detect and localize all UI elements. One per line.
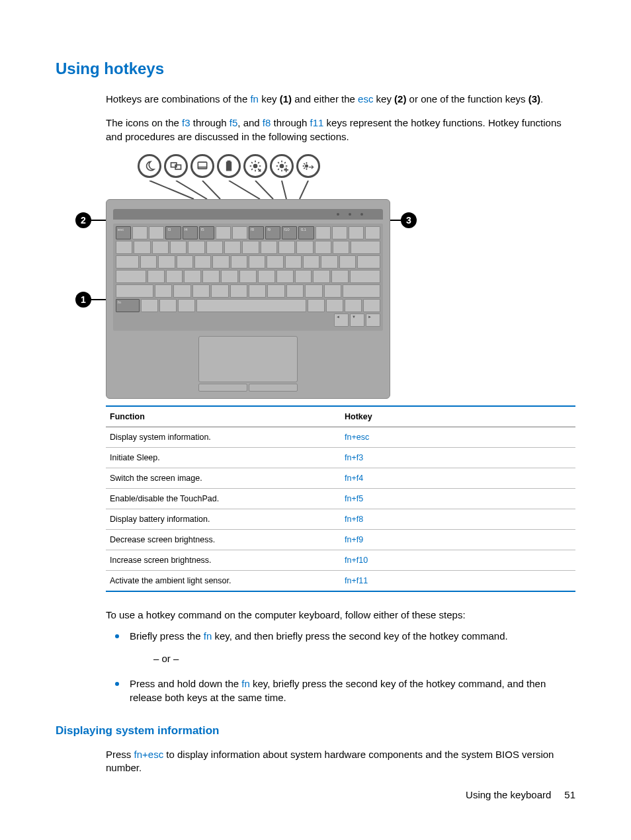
func-cell: Decrease screen brightness. (106, 529, 341, 550)
func-cell: Initiate Sleep. (106, 447, 341, 468)
func-cell: Enable/disable the TouchPad. (106, 488, 341, 509)
svg-line-30 (304, 167, 305, 169)
table-row: Display system information.fn+esc (106, 427, 575, 447)
steps-intro: To use a hotkey command on the computer … (106, 609, 575, 620)
ambient-light-icon (296, 154, 320, 178)
key-fn: fn (241, 678, 250, 689)
text: through (271, 117, 310, 128)
key-f3: f3 (182, 117, 190, 128)
screen-switch-icon (164, 154, 188, 178)
table-row: Increase screen brightness.fn+f10 (106, 550, 575, 570)
svg-point-7 (254, 164, 257, 167)
func-cell: Display system information. (106, 427, 341, 447)
hotkey-link[interactable]: fn+esc (345, 433, 369, 442)
table-row: Enable/disable the TouchPad.fn+f5 (106, 488, 575, 509)
svg-line-21 (278, 162, 279, 163)
svg-point-25 (306, 165, 308, 167)
key-f8: f8 (263, 117, 271, 128)
keyboard-diagram: i 2 1 3 esc f3f4f5 (106, 154, 390, 399)
page-number: 51 (564, 789, 575, 800)
battery-icon: i (217, 154, 241, 178)
text: key, and then briefly press the second k… (212, 630, 507, 642)
svg-text:i: i (228, 163, 230, 169)
callout-3: 3 (401, 212, 417, 228)
text: Press (106, 749, 134, 760)
table-row: Decrease screen brightness.fn+f9 (106, 529, 575, 550)
callout-ref-3: (3) (528, 93, 540, 105)
touchpad-icon (190, 154, 214, 178)
col-header-function: Function (106, 406, 341, 427)
callout-2: 2 (75, 212, 91, 228)
text: The icons on the (106, 117, 182, 128)
footer-section: Using the keyboard (466, 789, 551, 800)
key-esc: esc (358, 93, 373, 105)
text: to display information about system hard… (106, 749, 554, 773)
brightness-down-icon (243, 154, 267, 178)
hotkey-link[interactable]: fn+f4 (345, 474, 363, 483)
svg-line-24 (284, 162, 286, 163)
func-cell: Activate the ambient light sensor. (106, 570, 341, 591)
text: key (373, 93, 394, 105)
hotkey-link[interactable]: fn+f3 (345, 453, 363, 462)
hotkey-link[interactable]: fn+f11 (345, 576, 368, 585)
key-fn: fn (250, 93, 259, 105)
key-f5: f5 (230, 117, 238, 128)
text: and either the (292, 93, 358, 105)
callout-1: 1 (75, 292, 91, 308)
key-fn-esc: fn+esc (134, 749, 164, 760)
page-heading: Using hotkeys (56, 60, 575, 78)
svg-line-36 (282, 181, 286, 199)
key-fn: fn (204, 630, 212, 642)
col-header-hotkey: Hotkey (341, 406, 575, 427)
svg-line-37 (300, 181, 308, 199)
svg-line-29 (304, 163, 305, 165)
svg-line-15 (258, 162, 259, 163)
svg-line-33 (202, 181, 220, 199)
svg-rect-5 (228, 161, 230, 162)
func-cell: Increase screen brightness. (106, 550, 341, 570)
intro-paragraph-1: Hotkeys are combinations of the fn key (… (106, 93, 575, 106)
hotkey-link[interactable]: fn+f5 (345, 494, 363, 503)
func-cell: Display battery information. (106, 509, 341, 529)
svg-line-34 (229, 181, 260, 199)
text: through (190, 117, 230, 128)
text: Hotkeys are combinations of the (106, 93, 250, 105)
svg-line-14 (251, 169, 253, 170)
intro-paragraph-2: The icons on the f3 through f5, and f8 t… (106, 116, 575, 144)
svg-rect-2 (198, 162, 206, 169)
brightness-up-icon (270, 154, 294, 178)
table-row: Switch the screen image.fn+f4 (106, 468, 575, 488)
hotkey-link[interactable]: fn+f10 (345, 556, 368, 565)
list-item: Press and hold down the fn key, briefly … (106, 677, 575, 704)
func-cell: Switch the screen image. (106, 468, 341, 488)
text: Briefly press the (130, 630, 204, 642)
page-footer: Using the keyboard 51 (466, 789, 575, 800)
text: , and (237, 117, 263, 128)
table-row: Display battery information.fn+f8 (106, 509, 575, 529)
table-row: Activate the ambient light sensor.fn+f11 (106, 570, 575, 591)
svg-line-31 (149, 181, 194, 199)
svg-line-35 (255, 181, 273, 199)
sub-body: Press fn+esc to display information abou… (106, 748, 575, 775)
steps-list: Briefly press the fn key, and then brief… (106, 630, 575, 704)
callout-ref-2: (2) (394, 93, 406, 105)
key-f11: f11 (310, 117, 324, 128)
svg-line-23 (278, 169, 279, 170)
text: . (540, 93, 543, 105)
text: Press and hold down the (130, 678, 241, 689)
list-item: Briefly press the fn key, and then brief… (106, 630, 575, 666)
hotkey-table: Function Hotkey Display system informati… (106, 405, 575, 592)
or-separator: – or – (153, 652, 575, 665)
svg-point-16 (280, 164, 284, 167)
table-row: Initiate Sleep.fn+f3 (106, 447, 575, 468)
subheading: Displaying system information (56, 724, 575, 737)
text: or one of the function keys (406, 93, 528, 105)
callout-ref-1: (1) (280, 93, 292, 105)
svg-line-12 (251, 162, 253, 163)
svg-line-32 (176, 181, 207, 199)
hotkey-link[interactable]: fn+f9 (345, 535, 363, 544)
text: key (259, 93, 280, 105)
hotkey-link[interactable]: fn+f8 (345, 515, 363, 524)
sleep-icon (138, 154, 161, 178)
